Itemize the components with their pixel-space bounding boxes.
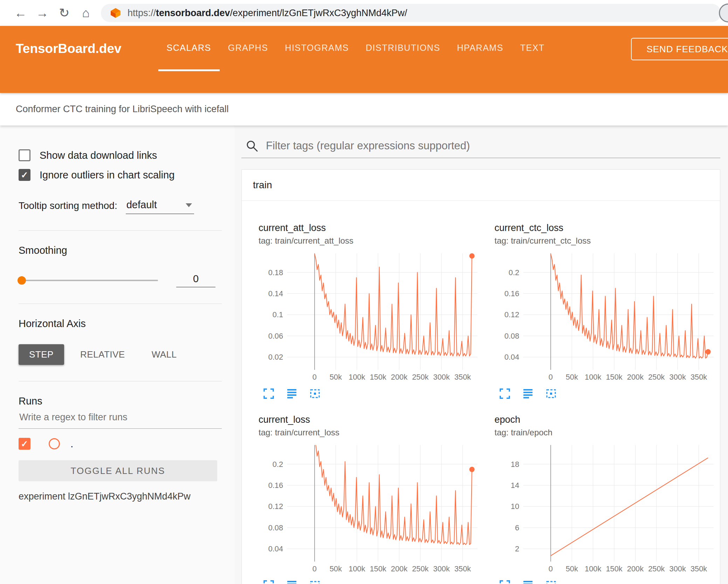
fullscreen-icon[interactable] [498, 387, 511, 400]
search-icon [246, 140, 258, 152]
svg-text:200k: 200k [627, 373, 643, 381]
scalar-chart-current_loss[interactable]: 0.040.080.120.160.2050k100k150k200k250k3… [259, 442, 483, 574]
svg-text:300k: 300k [669, 564, 686, 573]
tab-graphs[interactable]: GRAPHS [220, 26, 277, 71]
run-name: . [70, 438, 73, 450]
horizontal-axis-label: Horizontal Axis [19, 318, 222, 330]
chart-card-current_loss: current_losstag: train/current_loss0.040… [248, 400, 484, 584]
axis-step-button[interactable]: STEP [19, 344, 64, 365]
ignore-outliers-label: Ignore outliers in chart scaling [40, 169, 174, 181]
svg-text:250k: 250k [648, 564, 665, 573]
home-icon[interactable]: ⌂ [75, 6, 97, 20]
show-download-links-checkbox-row[interactable]: Show data download links [19, 149, 222, 161]
forward-icon[interactable]: → [32, 6, 53, 20]
smoothing-label: Smoothing [19, 245, 222, 256]
check-icon: ✓ [21, 440, 28, 448]
fit-domain-icon[interactable] [308, 579, 322, 584]
experiment-caption: experiment lzGnETjwRxC3yghNMd4kPw [19, 491, 222, 502]
svg-text:0.16: 0.16 [268, 481, 283, 490]
svg-text:0: 0 [313, 373, 317, 381]
chart-card-epoch: epochtag: train/epoch26101418050k100k150… [484, 400, 720, 584]
fit-domain-icon[interactable] [544, 579, 558, 584]
reload-icon[interactable]: ↻ [53, 6, 75, 20]
divider [19, 304, 222, 304]
svg-text:50k: 50k [565, 373, 578, 381]
tab-hparams[interactable]: HPARAMS [449, 26, 512, 71]
svg-text:0.18: 0.18 [268, 268, 283, 277]
scalar-chart-current_ctc_loss[interactable]: 0.040.080.120.160.2050k100k150k200k250k3… [495, 251, 719, 382]
svg-text:300k: 300k [669, 373, 686, 381]
url-text: https://tensorboard.dev/experiment/lzGnE… [128, 8, 407, 19]
svg-text:0: 0 [313, 564, 317, 573]
fullscreen-icon[interactable] [262, 579, 275, 584]
show-download-links-label: Show data download links [40, 150, 157, 161]
data-lines-icon[interactable] [285, 387, 298, 400]
svg-text:100k: 100k [349, 564, 365, 573]
fit-domain-icon[interactable] [308, 387, 322, 400]
svg-text:0.02: 0.02 [268, 353, 283, 361]
scalar-chart-epoch[interactable]: 26101418050k100k150k200k250k300k350k [495, 442, 719, 574]
tab-distributions[interactable]: DISTRIBUTIONS [357, 26, 449, 71]
experiment-title: Conformer CTC training for LibriSpeech w… [16, 104, 229, 115]
runs-label: Runs [19, 395, 222, 407]
data-lines-icon[interactable] [285, 579, 298, 584]
svg-text:0.1: 0.1 [273, 310, 283, 319]
chart-toolbar [259, 579, 484, 584]
checkbox-unchecked-icon[interactable] [19, 149, 30, 161]
filter-tags-input[interactable] [266, 140, 718, 152]
tab-histograms[interactable]: HISTOGRAMS [276, 26, 357, 71]
tag-group-title[interactable]: train [242, 170, 720, 201]
ignore-outliers-checkbox-row[interactable]: ✓ Ignore outliers in chart scaling [19, 169, 222, 181]
axis-wall-button[interactable]: WALL [141, 344, 187, 365]
horizontal-axis-buttons: STEPRELATIVEWALL [19, 344, 222, 365]
axis-relative-button[interactable]: RELATIVE [70, 344, 136, 365]
svg-text:50k: 50k [330, 373, 342, 381]
svg-text:0.06: 0.06 [268, 332, 283, 340]
svg-text:300k: 300k [433, 373, 450, 381]
tooltip-sorting-select[interactable]: default [126, 199, 194, 214]
app-header: TensorBoard.dev SCALARSGRAPHSHISTOGRAMSD… [0, 26, 728, 93]
svg-text:200k: 200k [391, 373, 407, 381]
chart-tag: tag: train/current_ctc_loss [495, 236, 720, 246]
svg-text:18: 18 [510, 460, 519, 469]
tab-text[interactable]: TEXT [512, 26, 553, 71]
chart-title: epoch [495, 414, 720, 425]
svg-text:100k: 100k [585, 373, 601, 381]
tab-scalars[interactable]: SCALARS [158, 26, 220, 71]
svg-text:10: 10 [510, 502, 519, 511]
run-checkbox-icon[interactable]: ✓ [19, 438, 30, 450]
back-icon[interactable]: ← [10, 6, 32, 20]
fullscreen-icon[interactable] [262, 387, 275, 400]
smoothing-slider[interactable] [19, 280, 158, 281]
smoothing-value-input[interactable]: 0 [176, 273, 215, 287]
svg-text:150k: 150k [606, 373, 622, 381]
run-color-radio-icon[interactable] [49, 438, 60, 449]
data-lines-icon[interactable] [521, 579, 535, 584]
browser-chrome: ← → ↻ ⌂ https://tensorboard.dev/experime… [0, 0, 728, 26]
checkbox-checked-icon[interactable]: ✓ [19, 169, 30, 181]
fit-domain-icon[interactable] [544, 387, 558, 400]
svg-text:100k: 100k [585, 564, 601, 573]
avatar[interactable] [719, 4, 728, 22]
chart-card-current_att_loss: current_att_losstag: train/current_att_l… [248, 209, 484, 400]
svg-text:0.12: 0.12 [268, 502, 283, 511]
data-lines-icon[interactable] [521, 387, 535, 400]
tensorboard-favicon [110, 7, 121, 19]
runs-filter-input[interactable] [19, 407, 222, 429]
svg-text:0.08: 0.08 [504, 332, 519, 340]
svg-text:0.16: 0.16 [504, 289, 519, 298]
svg-text:100k: 100k [349, 373, 365, 381]
experiment-title-bar: Conformer CTC training for LibriSpeech w… [0, 93, 728, 125]
fullscreen-icon[interactable] [498, 579, 511, 584]
svg-text:150k: 150k [370, 373, 386, 381]
run-row: ✓ . [19, 438, 222, 450]
url-bar[interactable]: https://tensorboard.dev/experiment/lzGnE… [101, 4, 721, 22]
smoothing-slider-thumb[interactable] [18, 276, 26, 285]
toggle-all-runs-button[interactable]: TOGGLE ALL RUNS [19, 460, 217, 481]
divider [19, 230, 222, 231]
svg-text:350k: 350k [454, 564, 471, 573]
charts-grid: current_att_losstag: train/current_att_l… [242, 201, 720, 584]
chart-toolbar [259, 387, 484, 400]
scalar-chart-current_att_loss[interactable]: 0.020.060.10.140.18050k100k150k200k250k3… [259, 251, 483, 382]
send-feedback-button[interactable]: SEND FEEDBACK [631, 38, 728, 60]
